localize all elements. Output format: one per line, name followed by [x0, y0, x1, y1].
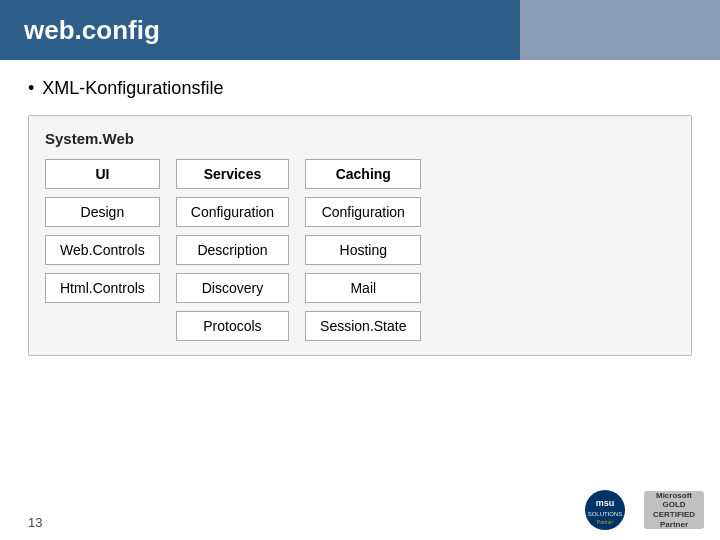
caching-item-sessionstate: Session.State: [305, 311, 421, 341]
ui-item-design: Design: [45, 197, 160, 227]
caching-item-hosting: Hosting: [305, 235, 421, 265]
ms-certified-badge: MicrosoftGOLDCERTIFIEDPartner: [644, 491, 704, 529]
services-item-discovery: Discovery: [176, 273, 289, 303]
ui-item-htmlcontrols: Html.Controls: [45, 273, 160, 303]
columns-row: UI Design Web.Controls Html.Controls Ser…: [45, 159, 675, 341]
services-item-configuration: Configuration: [176, 197, 289, 227]
ui-item-webcontrols: Web.Controls: [45, 235, 160, 265]
svg-text:SOLUTIONS: SOLUTIONS: [588, 511, 623, 517]
caching-column: Caching Configuration Hosting Mail Sessi…: [305, 159, 421, 341]
caching-header: Caching: [305, 159, 421, 189]
page-number: 13: [28, 515, 42, 530]
ms-cert-text: MicrosoftGOLDCERTIFIEDPartner: [653, 491, 695, 529]
caching-item-configuration: Configuration: [305, 197, 421, 227]
svg-text:Partner: Partner: [597, 519, 614, 525]
body-content: • XML-Konfigurationsfile System.Web UI D…: [0, 60, 720, 366]
system-web-label: System.Web: [45, 130, 675, 147]
system-web-box: System.Web UI Design Web.Controls Html.C…: [28, 115, 692, 356]
services-item-description: Description: [176, 235, 289, 265]
header: web.config: [0, 0, 720, 60]
services-column: Services Configuration Description Disco…: [176, 159, 289, 341]
bullet-text: XML-Konfigurationsfile: [42, 78, 223, 99]
page-title: web.config: [24, 15, 160, 46]
msu-logo: msu SOLUTIONS Partner: [578, 488, 632, 532]
svg-text:msu: msu: [596, 498, 615, 508]
logo-area: msu SOLUTIONS Partner MicrosoftGOLDCERTI…: [578, 488, 704, 532]
services-item-protocols: Protocols: [176, 311, 289, 341]
ui-column: UI Design Web.Controls Html.Controls: [45, 159, 160, 303]
services-header: Services: [176, 159, 289, 189]
bullet-line: • XML-Konfigurationsfile: [28, 78, 692, 99]
caching-item-mail: Mail: [305, 273, 421, 303]
ui-header: UI: [45, 159, 160, 189]
bullet-dot: •: [28, 78, 34, 99]
footer-page-number: 13: [28, 515, 42, 530]
